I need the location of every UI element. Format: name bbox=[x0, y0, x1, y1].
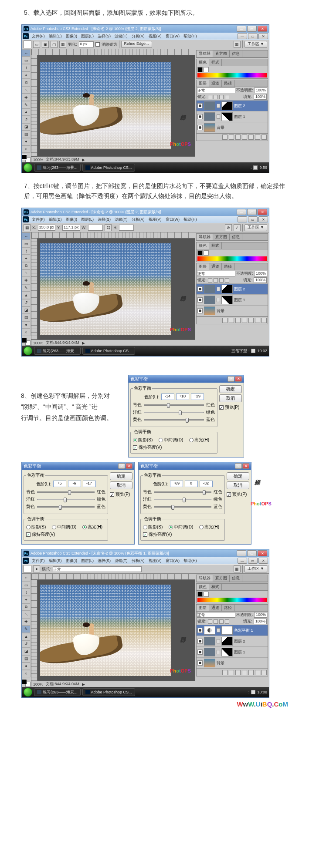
fg-swatch[interactable] bbox=[197, 67, 203, 72]
layer-fx-icon[interactable] bbox=[229, 318, 234, 323]
layer-row[interactable]: 图层 2 bbox=[197, 636, 268, 647]
radio-midtones[interactable]: 中间调(D) bbox=[52, 524, 76, 530]
fg-bg-colors[interactable] bbox=[22, 155, 31, 163]
refine-edge-button[interactable]: Refine Edge... bbox=[121, 41, 152, 48]
fill-input[interactable]: 100% bbox=[254, 619, 267, 624]
lasso-tool-icon[interactable]: ⌇ bbox=[22, 589, 31, 596]
tab-navigator[interactable]: 导航器 bbox=[197, 234, 213, 240]
lock-trans-icon[interactable] bbox=[208, 95, 212, 99]
antialias-checkbox[interactable] bbox=[95, 42, 100, 47]
tab-info[interactable]: 信息 bbox=[230, 575, 242, 582]
doc-close-button[interactable]: ✕ bbox=[258, 216, 268, 222]
color-ramp[interactable] bbox=[197, 598, 267, 602]
brush-tool-icon[interactable]: ✎ bbox=[22, 626, 31, 633]
tab-paths[interactable]: 路径 bbox=[222, 605, 234, 611]
cancel-button[interactable]: 取消 bbox=[227, 481, 249, 489]
preserve-lum-checkbox[interactable] bbox=[26, 532, 31, 537]
blur-tool-icon[interactable]: ● bbox=[22, 663, 31, 670]
color-slider[interactable] bbox=[154, 506, 211, 508]
task-item-doc[interactable]: 练习(263——海景... bbox=[34, 347, 81, 355]
brush-tool-icon[interactable]: ✎ bbox=[22, 101, 31, 108]
sel-int-icon[interactable]: ▦ bbox=[59, 41, 66, 48]
maximize-button[interactable]: ▭ bbox=[247, 26, 257, 32]
lock-pixels-icon[interactable] bbox=[214, 278, 218, 283]
brush-tool-icon[interactable]: ✎ bbox=[22, 284, 31, 292]
fg-swatch[interactable] bbox=[197, 592, 203, 597]
close-button[interactable]: ✕ bbox=[258, 550, 267, 556]
close-button[interactable]: ✕ bbox=[258, 209, 267, 215]
dialog-help-button[interactable]: ? bbox=[118, 463, 125, 469]
link-layers-icon[interactable] bbox=[222, 318, 228, 323]
dodge-tool-icon[interactable]: ○ bbox=[22, 670, 31, 677]
heal-tool-icon[interactable]: ✚ bbox=[22, 277, 31, 284]
radio-highlights[interactable]: 高光(H) bbox=[82, 524, 102, 530]
marquee-tool-icon[interactable]: ▭ bbox=[22, 581, 31, 589]
tab-navigator[interactable]: 导航器 bbox=[197, 50, 213, 57]
color-slider[interactable] bbox=[144, 419, 204, 421]
sel-add-icon[interactable]: ▣ bbox=[42, 41, 49, 48]
eyedropper-tool-icon[interactable]: ⟍ bbox=[22, 611, 31, 618]
radio-midtones[interactable]: 中间调(D) bbox=[169, 524, 193, 530]
gradient-tool-icon[interactable]: ▤ bbox=[22, 314, 31, 321]
lock-all-icon[interactable] bbox=[225, 278, 229, 283]
crop-tool-icon[interactable]: ⧉ bbox=[22, 262, 31, 269]
crop-tool-icon[interactable]: ⧉ bbox=[22, 79, 31, 86]
bg-swatch[interactable] bbox=[204, 67, 209, 72]
menu-file[interactable]: 文件(F) bbox=[30, 216, 47, 223]
visibility-toggle[interactable] bbox=[197, 125, 203, 130]
zoom-level[interactable]: 100% bbox=[33, 682, 43, 686]
color-slider[interactable] bbox=[37, 491, 95, 493]
heal-tool-icon[interactable]: ✚ bbox=[22, 94, 31, 101]
dodge-tool-icon[interactable]: ○ bbox=[22, 329, 31, 336]
start-button[interactable] bbox=[24, 163, 32, 172]
opacity-input[interactable]: 100% bbox=[254, 612, 267, 618]
lock-pixels-icon[interactable] bbox=[214, 619, 218, 624]
layer-row[interactable]: 图层 1 bbox=[197, 111, 268, 122]
history-brush-icon[interactable]: ↺ bbox=[22, 299, 31, 306]
level-1-input[interactable]: -14 bbox=[161, 394, 174, 400]
eraser-tool-icon[interactable]: ◪ bbox=[22, 123, 31, 131]
eyedropper-tool-icon[interactable]: ⟍ bbox=[22, 86, 31, 94]
new-layer-icon[interactable] bbox=[255, 135, 260, 140]
level-1-input[interactable]: +69 bbox=[170, 481, 183, 487]
tool-preset[interactable] bbox=[24, 40, 31, 48]
workspace-dropdown[interactable]: 工作区 ▼ bbox=[244, 565, 267, 572]
doc-minimize-button[interactable]: — bbox=[238, 33, 247, 39]
sel-sub-icon[interactable]: ▢ bbox=[51, 41, 58, 48]
layer-row[interactable]: 图层 1 bbox=[197, 295, 268, 306]
tab-channels[interactable]: 通道 bbox=[209, 605, 222, 611]
heal-tool-icon[interactable]: ✚ bbox=[22, 618, 31, 626]
tab-layers[interactable]: 图层 bbox=[197, 80, 209, 87]
delete-layer-icon[interactable] bbox=[261, 670, 267, 675]
marquee-tool-icon[interactable]: ▭ bbox=[22, 240, 31, 247]
blur-tool-icon[interactable]: ● bbox=[22, 138, 31, 145]
color-slider[interactable] bbox=[154, 491, 211, 493]
tab-layers[interactable]: 图层 bbox=[197, 263, 209, 270]
eraser-tool-icon[interactable]: ◪ bbox=[22, 306, 31, 314]
menu-help[interactable]: 帮助(H) bbox=[182, 216, 199, 223]
tab-styles[interactable]: 样式 bbox=[209, 242, 222, 249]
menu-view[interactable]: 视图(V) bbox=[147, 33, 163, 40]
doc-restore-button[interactable]: ▭ bbox=[248, 33, 258, 39]
eraser-tool-icon[interactable]: ◪ bbox=[22, 648, 31, 655]
menu-layer[interactable]: 图层(L) bbox=[79, 558, 95, 564]
menu-analysis[interactable]: 分析(A) bbox=[130, 216, 146, 223]
tab-layers[interactable]: 图层 bbox=[197, 605, 209, 611]
ref-point-icon[interactable]: ▦ bbox=[24, 224, 31, 231]
add-mask-icon[interactable] bbox=[235, 135, 241, 140]
menu-select[interactable]: 选择(S) bbox=[96, 216, 112, 223]
menu-file[interactable]: 文件(F) bbox=[30, 33, 47, 40]
tab-histogram[interactable]: 直方图 bbox=[213, 50, 230, 57]
blur-tool-icon[interactable]: ● bbox=[22, 321, 31, 329]
lock-position-icon[interactable] bbox=[219, 95, 224, 99]
menu-image[interactable]: 图像(I) bbox=[64, 216, 79, 223]
dodge-tool-icon[interactable]: ○ bbox=[22, 145, 31, 153]
color-slider[interactable] bbox=[37, 506, 95, 508]
delete-layer-icon[interactable] bbox=[261, 318, 267, 323]
bg-swatch[interactable] bbox=[204, 250, 209, 256]
tab-info[interactable]: 信息 bbox=[230, 234, 242, 240]
tab-color[interactable]: 颜色 bbox=[197, 59, 209, 66]
stamp-tool-icon[interactable]: ▲ bbox=[22, 292, 31, 299]
radio-midtones[interactable]: 中间调(D) bbox=[159, 437, 183, 443]
history-brush-icon[interactable]: ↺ bbox=[22, 640, 31, 648]
